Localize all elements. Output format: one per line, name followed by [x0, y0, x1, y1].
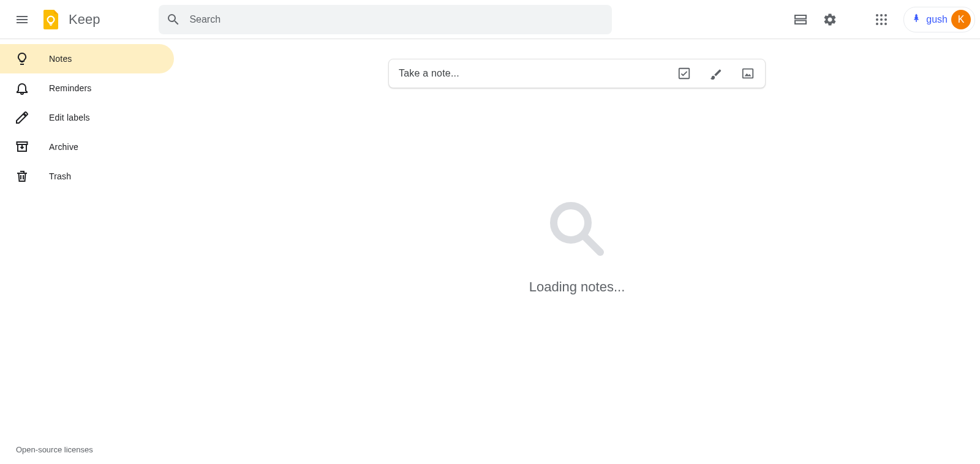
header: Keep gush K [0, 0, 980, 39]
svg-point-10 [884, 18, 887, 21]
sidebar-item-edit-labels[interactable]: Edit labels [0, 103, 174, 132]
svg-rect-1 [50, 22, 53, 24]
list-view-button[interactable] [788, 7, 813, 32]
main-menu-button[interactable] [7, 5, 37, 34]
lightbulb-icon [15, 51, 29, 66]
sidebar-item-label: Reminders [49, 83, 92, 93]
sidebar-item-trash[interactable]: Trash [0, 162, 174, 191]
main-content: Loading notes... [174, 39, 980, 464]
google-apps-button[interactable] [869, 7, 894, 32]
svg-point-6 [880, 14, 883, 17]
svg-point-8 [876, 18, 878, 21]
svg-rect-14 [916, 20, 917, 21]
open-source-licenses-link[interactable]: Open-source licenses [16, 445, 93, 454]
gush-logo-icon [910, 12, 922, 27]
sidebar-item-label: Archive [49, 142, 78, 152]
search-icon [166, 12, 181, 27]
new-drawing-button[interactable] [709, 66, 723, 81]
svg-rect-16 [743, 69, 753, 78]
search-bar[interactable] [159, 5, 612, 34]
svg-point-11 [876, 23, 878, 25]
archive-icon [15, 140, 29, 154]
new-image-button[interactable] [741, 66, 755, 81]
sidebar-item-label: Edit labels [49, 113, 90, 122]
loading-state: Loading notes... [529, 198, 625, 295]
brush-icon [709, 67, 723, 80]
svg-point-5 [876, 14, 878, 17]
new-list-button[interactable] [677, 66, 692, 81]
svg-line-18 [584, 236, 600, 252]
sidebar: Notes Reminders Edit labels Archive Tras… [0, 39, 174, 464]
hamburger-icon [15, 12, 29, 27]
avatar[interactable]: K [951, 10, 971, 29]
gear-icon [823, 12, 837, 27]
checkbox-icon [677, 67, 691, 80]
brand[interactable]: Keep [39, 7, 100, 32]
take-note-bar[interactable] [388, 59, 766, 88]
header-actions: gush K [788, 7, 975, 32]
image-icon [741, 67, 755, 80]
svg-point-7 [884, 14, 887, 17]
magnifier-icon [546, 198, 608, 262]
take-note-input[interactable] [399, 68, 677, 79]
search-input[interactable] [189, 14, 605, 25]
trash-icon [15, 169, 29, 184]
sidebar-item-archive[interactable]: Archive [0, 132, 174, 162]
sidebar-item-label: Trash [49, 171, 71, 181]
sidebar-item-label: Notes [49, 54, 72, 64]
gush-label: gush [926, 14, 948, 25]
settings-button[interactable] [818, 7, 842, 32]
svg-rect-15 [679, 69, 690, 79]
pencil-icon [15, 110, 29, 125]
svg-point-9 [880, 18, 883, 21]
svg-point-12 [880, 23, 883, 25]
sidebar-item-notes[interactable]: Notes [0, 44, 174, 73]
brand-text: Keep [69, 12, 100, 28]
list-view-icon [793, 12, 808, 27]
gush-account-pill[interactable]: gush K [903, 7, 975, 32]
sidebar-item-reminders[interactable]: Reminders [0, 73, 174, 103]
svg-rect-2 [50, 24, 52, 26]
svg-point-13 [884, 23, 887, 25]
loading-text: Loading notes... [529, 279, 625, 295]
bell-icon [15, 81, 29, 95]
keep-logo-icon [39, 7, 64, 32]
apps-grid-icon [874, 12, 889, 27]
